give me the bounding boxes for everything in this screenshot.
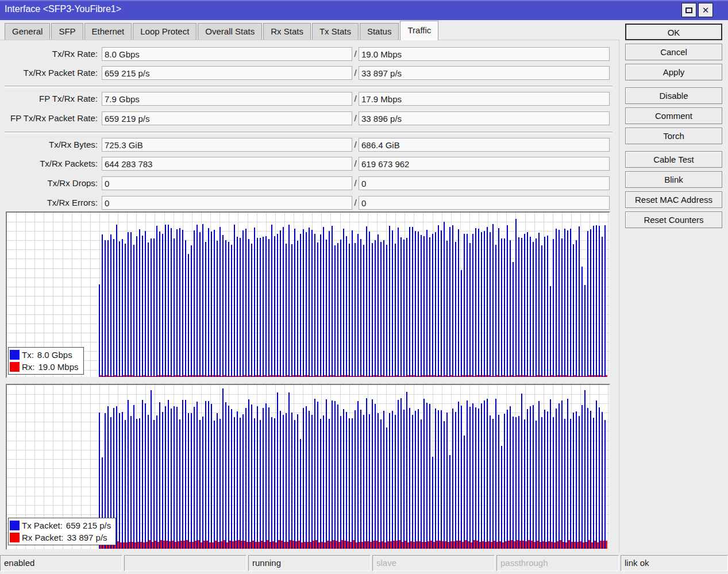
maximize-button[interactable] xyxy=(681,3,696,17)
fp-tx-rate-field[interactable] xyxy=(102,92,352,106)
tx-rate-field[interactable] xyxy=(102,47,352,61)
blink-button[interactable]: Blink xyxy=(625,171,722,188)
field-separator: / xyxy=(352,111,359,125)
disable-button[interactable]: Disable xyxy=(625,87,722,104)
packet-rate-legend: Tx Packet: 659 215 p/s Rx Packet: 33 897… xyxy=(8,518,116,545)
legend-value: 33 897 p/s xyxy=(67,533,107,542)
legend-label: Tx Packet: xyxy=(22,521,63,530)
cable-test-button[interactable]: Cable Test xyxy=(625,151,722,168)
legend-row-rx: Rx: 19.0 Mbps xyxy=(10,361,79,373)
fp-tx-packet-rate-field[interactable] xyxy=(102,111,352,125)
interface-dialog: Interface <SFP3-YouFibre1> ✕ General SFP… xyxy=(0,0,728,574)
apply-button[interactable]: Apply xyxy=(625,64,722,80)
tab-overall-stats[interactable]: Overall Stats xyxy=(198,23,262,40)
field-label: Tx/Rx Errors: xyxy=(0,196,98,210)
tab-page-border-top xyxy=(0,40,619,40)
legend-value: 659 215 p/s xyxy=(66,521,111,530)
legend-label: Rx Packet: xyxy=(22,533,64,542)
status-passthrough: passthrough xyxy=(496,555,619,571)
traffic-rate-canvas xyxy=(7,213,609,377)
rx-packet-rate-field[interactable] xyxy=(359,66,610,80)
rx-bytes-field[interactable] xyxy=(359,138,610,152)
status-running: running xyxy=(248,555,371,571)
tx-bytes-field[interactable] xyxy=(102,138,352,152)
maximize-icon xyxy=(685,7,692,13)
comment-button[interactable]: Comment xyxy=(625,107,722,124)
tx-packets-field[interactable] xyxy=(102,157,352,171)
window-title: Interface <SFP3-YouFibre1> xyxy=(5,4,121,14)
tx-color-swatch xyxy=(10,350,20,360)
field-separator: / xyxy=(352,138,359,152)
rx-rate-field[interactable] xyxy=(359,47,610,61)
rx-packets-field[interactable] xyxy=(359,157,610,171)
legend-row-rx: Rx Packet: 33 897 p/s xyxy=(10,531,111,544)
tab-traffic[interactable]: Traffic xyxy=(400,21,438,40)
field-label: Tx/Rx Drops: xyxy=(0,176,98,190)
rx-color-swatch xyxy=(10,362,20,372)
tab-loop-protect[interactable]: Loop Protect xyxy=(133,23,197,40)
packet-rate-graph: Tx Packet: 659 215 p/s Rx Packet: 33 897… xyxy=(6,384,610,550)
close-button[interactable]: ✕ xyxy=(698,3,713,17)
title-bar: Interface <SFP3-YouFibre1> ✕ xyxy=(0,0,728,20)
fp-rx-rate-field[interactable] xyxy=(359,92,610,106)
reset-counters-button[interactable]: Reset Counters xyxy=(625,211,722,228)
rx-drops-field[interactable] xyxy=(359,176,610,190)
tab-bar: General SFP Ethernet Loop Protect Overal… xyxy=(5,20,440,40)
tab-ethernet[interactable]: Ethernet xyxy=(84,23,132,40)
field-separator: / xyxy=(352,196,359,210)
tab-page-border-right xyxy=(619,40,619,553)
tab-tx-stats[interactable]: Tx Stats xyxy=(312,23,359,40)
field-separator: / xyxy=(352,157,359,171)
field-label: Tx/Rx Bytes: xyxy=(0,138,98,152)
legend-label: Rx: xyxy=(22,362,35,372)
traffic-rate-legend: Tx: 8.0 Gbps Rx: 19.0 Mbps xyxy=(8,347,84,375)
status-enabled: enabled xyxy=(0,555,122,571)
field-label: FP Tx/Rx Rate: xyxy=(0,92,98,106)
field-separator: / xyxy=(352,176,359,190)
field-label: Tx/Rx Packet Rate: xyxy=(0,66,98,80)
tab-general[interactable]: General xyxy=(5,23,50,40)
legend-row-tx: Tx: 8.0 Gbps xyxy=(10,349,79,361)
legend-label: Tx: xyxy=(22,350,34,360)
field-separator: / xyxy=(352,47,359,61)
group-separator xyxy=(5,132,613,134)
field-label: Tx/Rx Rate: xyxy=(0,47,98,61)
legend-row-tx: Tx Packet: 659 215 p/s xyxy=(10,519,111,531)
tx-color-swatch xyxy=(10,521,20,530)
reset-mac-address-button[interactable]: Reset MAC Address xyxy=(625,191,722,208)
traffic-rate-graph: Tx: 8.0 Gbps Rx: 19.0 Mbps xyxy=(6,211,610,378)
fp-rx-packet-rate-field[interactable] xyxy=(359,111,610,125)
tab-rx-stats[interactable]: Rx Stats xyxy=(263,23,311,40)
status-empty xyxy=(124,555,246,571)
status-bar: enabled running slave passthrough link o… xyxy=(0,555,728,571)
legend-value: 19.0 Mbps xyxy=(38,362,79,372)
field-label: FP Tx/Rx Packet Rate: xyxy=(0,111,98,125)
ok-button[interactable]: OK xyxy=(625,24,722,40)
group-separator xyxy=(5,86,613,88)
rx-color-swatch xyxy=(10,533,20,542)
torch-button[interactable]: Torch xyxy=(625,128,722,144)
field-separator: / xyxy=(352,92,359,106)
cancel-button[interactable]: Cancel xyxy=(625,44,722,60)
tab-sfp[interactable]: SFP xyxy=(51,23,83,40)
tx-packet-rate-field[interactable] xyxy=(102,66,352,80)
close-icon: ✕ xyxy=(702,5,710,16)
tab-status[interactable]: Status xyxy=(360,23,399,40)
field-label: Tx/Rx Packets: xyxy=(0,157,98,171)
tx-errors-field[interactable] xyxy=(102,196,352,210)
field-separator: / xyxy=(352,66,359,80)
status-link: link ok xyxy=(621,555,728,571)
legend-value: 8.0 Gbps xyxy=(37,350,72,360)
rx-errors-field[interactable] xyxy=(359,196,610,210)
tx-drops-field[interactable] xyxy=(102,176,352,190)
status-slave: slave xyxy=(372,555,495,571)
